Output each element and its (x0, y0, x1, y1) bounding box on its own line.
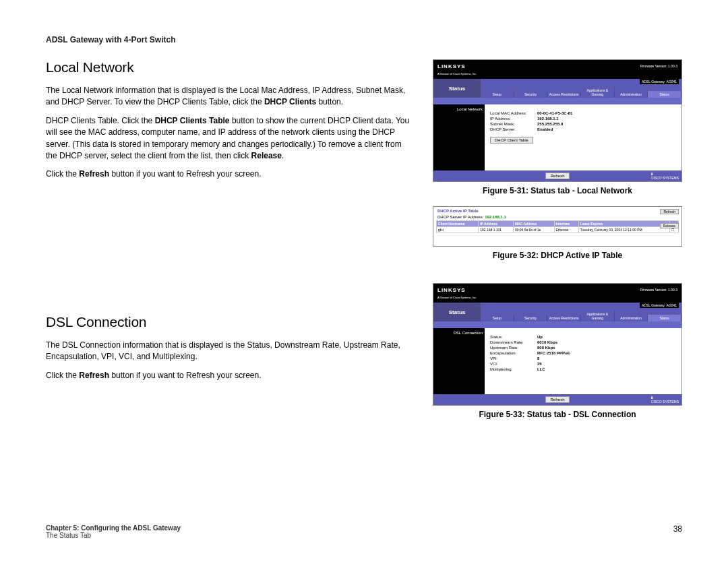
figure-5-33-caption: Figure 5-33: Status tab - DSL Connection (433, 410, 682, 419)
refresh-button: Refresh (545, 173, 569, 179)
release-button: Release (660, 223, 679, 228)
refresh-button: Refresh (545, 396, 569, 403)
linksys-logo: LINKSYS (437, 63, 466, 69)
figure-5-33-screenshot: LINKSYSFirmware Version: 1.00.3 A Divisi… (433, 283, 682, 406)
body-text-column: Local Network The Local Network informat… (46, 59, 413, 430)
para-dsl-1: The DSL Connection information that is d… (46, 340, 413, 363)
dhcp-client-table-button: DHCP Client Table (490, 137, 533, 144)
para-local-1: The Local Network information that is di… (46, 85, 413, 108)
footer-section: The Status Tab (46, 532, 181, 539)
figure-column: LINKSYSFirmware Version: 1.00.3 A Divisi… (433, 59, 682, 430)
figure-5-31-screenshot: LINKSYSFirmware Version: 1.00.3 A Divisi… (433, 59, 682, 182)
para-dsl-2: Click the Refresh button if you want to … (46, 370, 413, 381)
figure-5-32-screenshot: Refresh Release DHCP Active IP Table DHC… (433, 206, 682, 247)
linksys-logo: LINKSYS (437, 287, 466, 293)
footer-chapter: Chapter 5: Configuring the ADSL Gateway (46, 524, 181, 532)
para-local-3: Click the Refresh button if you want to … (46, 168, 413, 180)
figure-5-32-caption: Figure 5-32: DHCP Active IP Table (433, 251, 682, 260)
figure-5-31-caption: Figure 5-31: Status tab - Local Network (433, 186, 682, 195)
dhcp-active-ip-table: Client HostnameIP AddressMAC AddressInte… (436, 220, 679, 233)
refresh-button: Refresh (660, 209, 679, 214)
page-footer: Chapter 5: Configuring the ADSL Gateway … (46, 524, 682, 539)
running-header: ADSL Gateway with 4-Port Switch (46, 35, 682, 44)
heading-local-network: Local Network (46, 59, 413, 75)
manual-page: ADSL Gateway with 4-Port Switch Local Ne… (0, 0, 728, 562)
para-local-2: DHCP Clients Table. Click the DHCP Clien… (46, 115, 413, 162)
page-number: 38 (673, 524, 682, 539)
heading-dsl-connection: DSL Connection (46, 314, 413, 330)
